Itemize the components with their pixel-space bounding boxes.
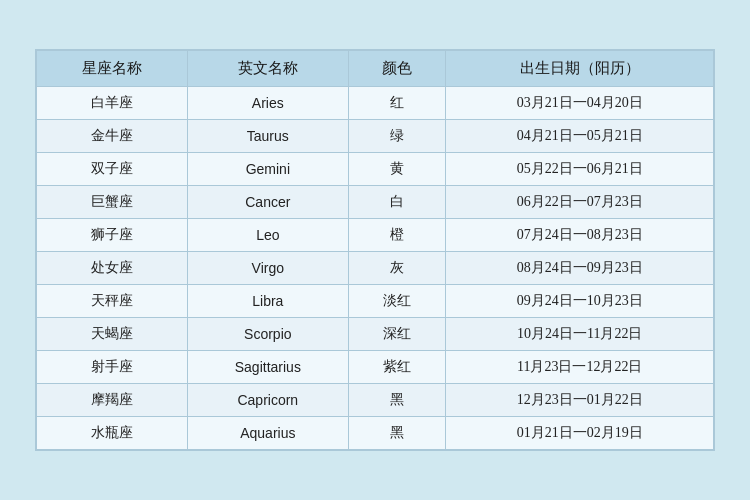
cell-chinese: 金牛座 [37,120,188,153]
cell-chinese: 天秤座 [37,285,188,318]
table-row: 天秤座Libra淡红09月24日一10月23日 [37,285,714,318]
table-body: 白羊座Aries红03月21日一04月20日金牛座Taurus绿04月21日一0… [37,87,714,450]
table-row: 双子座Gemini黄05月22日一06月21日 [37,153,714,186]
cell-english: Taurus [187,120,348,153]
cell-chinese: 天蝎座 [37,318,188,351]
cell-english: Libra [187,285,348,318]
cell-chinese: 水瓶座 [37,417,188,450]
cell-english: Sagittarius [187,351,348,384]
cell-dates: 11月23日一12月22日 [446,351,714,384]
cell-dates: 01月21日一02月19日 [446,417,714,450]
cell-english: Aquarius [187,417,348,450]
cell-color: 红 [349,87,446,120]
table-row: 白羊座Aries红03月21日一04月20日 [37,87,714,120]
col-header-english: 英文名称 [187,51,348,87]
cell-dates: 12月23日一01月22日 [446,384,714,417]
cell-english: Virgo [187,252,348,285]
cell-chinese: 处女座 [37,252,188,285]
table-row: 金牛座Taurus绿04月21日一05月21日 [37,120,714,153]
cell-color: 黑 [349,384,446,417]
cell-english: Aries [187,87,348,120]
cell-dates: 08月24日一09月23日 [446,252,714,285]
col-header-color: 颜色 [349,51,446,87]
cell-dates: 10月24日一11月22日 [446,318,714,351]
table-header-row: 星座名称 英文名称 颜色 出生日期（阳历） [37,51,714,87]
cell-dates: 05月22日一06月21日 [446,153,714,186]
cell-english: Leo [187,219,348,252]
zodiac-table: 星座名称 英文名称 颜色 出生日期（阳历） 白羊座Aries红03月21日一04… [36,50,714,450]
table-row: 天蝎座Scorpio深红10月24日一11月22日 [37,318,714,351]
cell-color: 紫红 [349,351,446,384]
cell-chinese: 巨蟹座 [37,186,188,219]
table-row: 水瓶座Aquarius黑01月21日一02月19日 [37,417,714,450]
cell-color: 橙 [349,219,446,252]
cell-color: 黑 [349,417,446,450]
cell-english: Cancer [187,186,348,219]
zodiac-table-container: 星座名称 英文名称 颜色 出生日期（阳历） 白羊座Aries红03月21日一04… [35,49,715,451]
cell-dates: 06月22日一07月23日 [446,186,714,219]
cell-color: 黄 [349,153,446,186]
table-row: 摩羯座Capricorn黑12月23日一01月22日 [37,384,714,417]
col-header-chinese: 星座名称 [37,51,188,87]
table-row: 狮子座Leo橙07月24日一08月23日 [37,219,714,252]
cell-english: Gemini [187,153,348,186]
table-row: 处女座Virgo灰08月24日一09月23日 [37,252,714,285]
cell-dates: 09月24日一10月23日 [446,285,714,318]
cell-color: 深红 [349,318,446,351]
cell-dates: 07月24日一08月23日 [446,219,714,252]
cell-color: 白 [349,186,446,219]
cell-chinese: 狮子座 [37,219,188,252]
cell-dates: 04月21日一05月21日 [446,120,714,153]
col-header-dates: 出生日期（阳历） [446,51,714,87]
cell-chinese: 射手座 [37,351,188,384]
cell-english: Scorpio [187,318,348,351]
cell-chinese: 白羊座 [37,87,188,120]
cell-chinese: 双子座 [37,153,188,186]
cell-dates: 03月21日一04月20日 [446,87,714,120]
table-row: 射手座Sagittarius紫红11月23日一12月22日 [37,351,714,384]
cell-color: 灰 [349,252,446,285]
cell-color: 绿 [349,120,446,153]
table-row: 巨蟹座Cancer白06月22日一07月23日 [37,186,714,219]
cell-color: 淡红 [349,285,446,318]
cell-english: Capricorn [187,384,348,417]
cell-chinese: 摩羯座 [37,384,188,417]
